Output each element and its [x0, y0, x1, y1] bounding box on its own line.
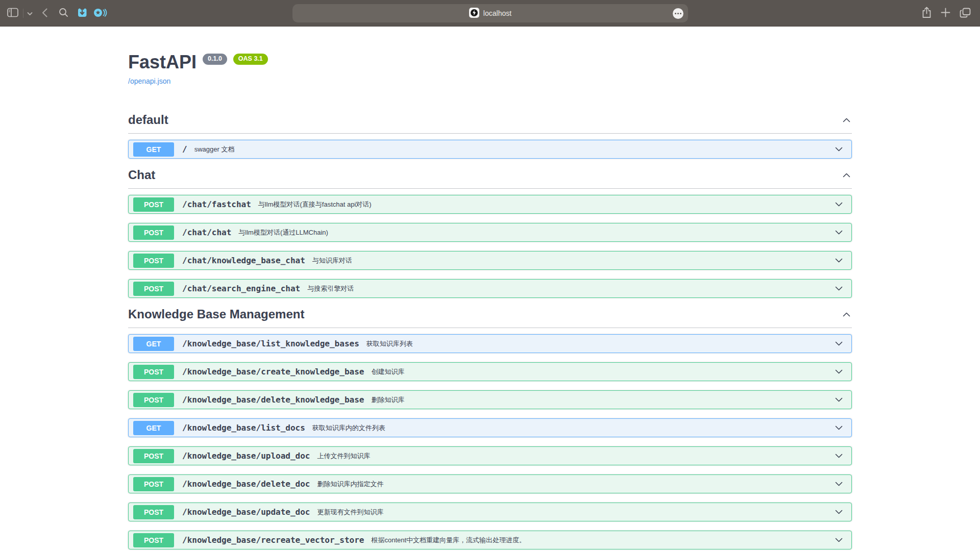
- chevron-down-icon[interactable]: [834, 366, 844, 377]
- chevron-down-icon[interactable]: [834, 535, 844, 545]
- chevron-up-icon[interactable]: [841, 309, 852, 320]
- method-badge: POST: [133, 254, 174, 268]
- method-badge: GET: [133, 337, 174, 351]
- method-badge: POST: [133, 449, 174, 463]
- method-badge: GET: [133, 421, 174, 435]
- api-section: Knowledge Base Management GET /knowledge…: [128, 307, 852, 549]
- operation-row[interactable]: GET /knowledge_base/list_docs 获取知识库内的文件列…: [128, 418, 852, 437]
- back-button[interactable]: [42, 8, 47, 19]
- tab-overview-icon: [960, 8, 971, 19]
- share-button[interactable]: [922, 7, 932, 20]
- method-badge: POST: [133, 226, 174, 240]
- operation-path: /chat/search_engine_chat: [182, 284, 300, 293]
- operation-path: /: [182, 144, 187, 154]
- section-header[interactable]: Knowledge Base Management: [128, 307, 852, 328]
- operation-summary: 获取知识库列表: [366, 339, 413, 348]
- operations-list: GET /knowledge_base/list_knowledge_bases…: [128, 328, 852, 549]
- method-badge: POST: [133, 393, 174, 407]
- sidebar-toggle-button[interactable]: [7, 8, 18, 19]
- chevron-down-icon[interactable]: [834, 450, 844, 461]
- method-badge: POST: [133, 365, 174, 379]
- chevron-down-icon[interactable]: [834, 479, 844, 489]
- section-header[interactable]: Chat: [128, 168, 852, 189]
- browser-toolbar: localhost: [0, 0, 980, 27]
- operation-row[interactable]: POST /knowledge_base/delete_doc 删除知识库内指定…: [128, 474, 852, 493]
- extension-download-button[interactable]: [77, 7, 88, 20]
- chevron-down-icon[interactable]: [834, 394, 844, 405]
- extension-star-icon: [93, 7, 108, 20]
- operation-summary: 删除知识库: [371, 395, 404, 405]
- chevron-down-icon[interactable]: [834, 199, 844, 210]
- api-title: FastAPI: [128, 52, 197, 72]
- operation-row[interactable]: POST /knowledge_base/upload_doc 上传文件到知识库: [128, 446, 852, 465]
- extension-star-button[interactable]: [93, 7, 108, 20]
- chevron-down-icon[interactable]: [834, 338, 844, 349]
- extensions-menu-button[interactable]: [673, 8, 683, 19]
- operation-summary: 与llm模型对话(直接与fastchat api对话): [258, 200, 372, 209]
- version-badge: 0.1.0: [203, 54, 227, 65]
- method-badge: POST: [133, 533, 174, 547]
- operation-path: /chat/fastchat: [182, 199, 251, 209]
- search-icon: [59, 8, 68, 19]
- operation-summary: 删除知识库内指定文件: [317, 480, 383, 489]
- chevron-down-icon[interactable]: [834, 144, 844, 155]
- operation-row[interactable]: POST /knowledge_base/update_doc 更新现有文件到知…: [128, 503, 852, 521]
- sidebar-icon: [7, 8, 18, 19]
- operation-row[interactable]: POST /knowledge_base/delete_knowledge_ba…: [128, 390, 852, 409]
- operation-summary: 与知识库对话: [312, 256, 352, 265]
- chevron-down-icon[interactable]: [834, 422, 844, 433]
- operation-row[interactable]: POST /chat/knowledge_base_chat 与知识库对话: [128, 251, 852, 270]
- chevron-up-icon[interactable]: [841, 170, 852, 181]
- section-title: Chat: [128, 168, 155, 182]
- tab-overview-button[interactable]: [960, 8, 971, 19]
- chevron-down-icon[interactable]: [834, 507, 844, 517]
- operation-path: /knowledge_base/list_docs: [182, 423, 305, 433]
- plus-icon: [941, 8, 950, 19]
- openapi-spec-link[interactable]: /openapi.json: [128, 77, 170, 85]
- operation-row[interactable]: GET /knowledge_base/list_knowledge_bases…: [128, 334, 852, 353]
- method-badge: GET: [133, 142, 174, 157]
- operation-path: /knowledge_base/upload_doc: [182, 451, 310, 461]
- operation-row[interactable]: POST /chat/fastchat 与llm模型对话(直接与fastchat…: [128, 195, 852, 214]
- method-badge: POST: [133, 505, 174, 519]
- operation-path: /chat/chat: [182, 228, 231, 237]
- operation-summary: 与搜索引擎对话: [307, 284, 354, 293]
- operation-row[interactable]: POST /knowledge_base/create_knowledge_ba…: [128, 362, 852, 381]
- method-badge: POST: [133, 282, 174, 296]
- api-section: default GET / swagger 文档: [128, 113, 852, 159]
- sections-container: default GET / swagger 文档 Chat: [128, 113, 852, 549]
- section-header[interactable]: default: [128, 113, 852, 134]
- operations-list: POST /chat/fastchat 与llm模型对话(直接与fastchat…: [128, 189, 852, 298]
- operation-summary: 创建知识库: [371, 367, 404, 377]
- operation-row[interactable]: POST /chat/chat 与llm模型对话(通过LLMChain): [128, 223, 852, 242]
- new-tab-button[interactable]: [941, 8, 950, 19]
- operation-row[interactable]: POST /knowledge_base/recreate_vector_sto…: [128, 531, 852, 549]
- chevron-down-icon[interactable]: [834, 283, 844, 294]
- operation-path: /chat/knowledge_base_chat: [182, 256, 305, 265]
- operation-row[interactable]: GET / swagger 文档: [128, 140, 852, 159]
- url-text: localhost: [483, 9, 511, 17]
- chevron-down-icon[interactable]: [834, 227, 844, 238]
- extension-download-icon: [77, 7, 88, 20]
- section-title: default: [128, 113, 168, 127]
- operation-summary: 获取知识库内的文件列表: [312, 423, 385, 433]
- search-button[interactable]: [59, 8, 68, 19]
- chevron-down-icon: [27, 10, 33, 17]
- method-badge: POST: [133, 477, 174, 491]
- operation-path: /knowledge_base/recreate_vector_store: [182, 535, 364, 545]
- oas-badge: OAS 3.1: [233, 54, 268, 65]
- chevron-up-icon[interactable]: [841, 115, 852, 126]
- operation-path: /knowledge_base/delete_knowledge_base: [182, 395, 364, 405]
- operation-path: /knowledge_base/create_knowledge_base: [182, 367, 364, 377]
- chevron-down-icon[interactable]: [834, 255, 844, 266]
- operation-row[interactable]: POST /chat/search_engine_chat 与搜索引擎对话: [128, 279, 852, 298]
- operation-path: /knowledge_base/delete_doc: [182, 479, 310, 489]
- operation-summary: 与llm模型对话(通过LLMChain): [238, 228, 328, 237]
- operation-summary: swagger 文档: [194, 145, 235, 154]
- operations-list: GET / swagger 文档: [128, 134, 852, 159]
- divider: [23, 9, 23, 18]
- swagger-page: FastAPI 0.1.0 OAS 3.1 /openapi.json defa…: [128, 27, 852, 549]
- sidebar-menu-button[interactable]: [27, 10, 33, 17]
- operation-summary: 上传文件到知识库: [317, 452, 370, 461]
- address-bar[interactable]: localhost: [292, 4, 688, 22]
